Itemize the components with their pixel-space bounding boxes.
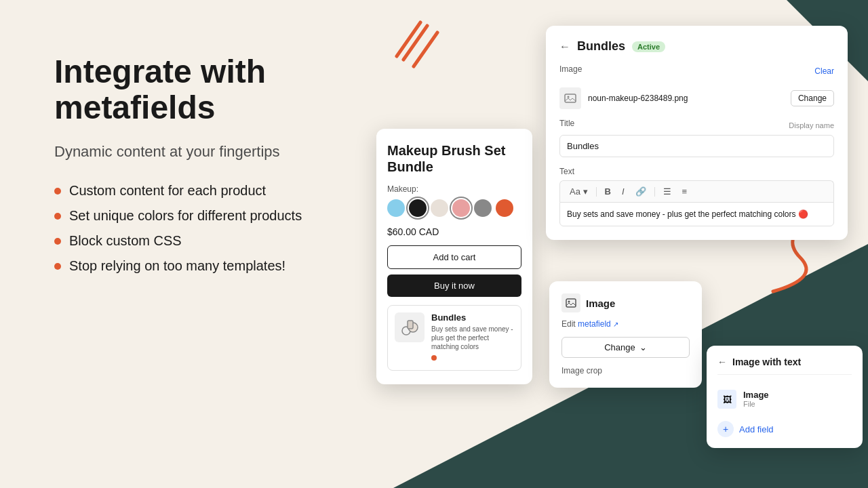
image-field-row: Image Clear (559, 64, 834, 78)
bullet-text: Custom content for each product (69, 183, 266, 199)
list-item: Block custom CSS (54, 233, 380, 249)
image-filename: noun-makeup-6238489.png (588, 94, 688, 103)
text-toolbar: Aa ▾ B I 🔗 ☰ ≡ (559, 180, 834, 202)
list-item: Stop relying on too many templates! (54, 258, 380, 274)
bundle-card: Bundles Buy sets and save money - plus g… (387, 305, 521, 371)
decorative-strokes (387, 19, 454, 107)
panel-back-icon[interactable]: ← (717, 357, 727, 367)
bold-button[interactable]: B (602, 185, 614, 198)
edit-label: Edit (561, 319, 576, 329)
image-section-icon (561, 293, 580, 312)
panel-item-info: Image File (743, 390, 769, 408)
bullet-dot (54, 263, 61, 270)
title-row: Title Display name (559, 119, 834, 132)
add-field-icon: + (717, 421, 734, 437)
text-content-area: Buy sets and save money - plus get the p… (559, 202, 834, 226)
change-label: Change (604, 342, 635, 352)
list-button[interactable]: ☰ (660, 185, 674, 198)
bullet-text: Stop relying on too many templates! (69, 258, 285, 274)
subtitle: Dynamic content at your fingertips (54, 142, 380, 162)
add-field-label: Add field (739, 424, 774, 434)
svg-rect-3 (565, 94, 576, 102)
bundle-title: Bundles (431, 312, 514, 323)
bundle-description: Buy sets and save money - plus get the p… (431, 325, 514, 351)
chevron-down-icon: ⌄ (639, 342, 647, 352)
svg-rect-5 (566, 299, 576, 307)
svg-point-4 (568, 96, 570, 98)
bullet-text: Set unique colors for different products (69, 208, 302, 224)
panel-item-name: Image (743, 390, 769, 400)
image-thumbnail (559, 87, 581, 109)
swatch-gray[interactable] (474, 199, 492, 217)
panel-image-icon: 🖼 (717, 390, 736, 409)
list-ordered-button[interactable]: ≡ (679, 185, 690, 198)
swatch-blue[interactable] (387, 199, 405, 217)
image-field-label: Image (559, 64, 582, 74)
change-image-button[interactable]: Change (791, 90, 834, 106)
italic-button[interactable]: I (619, 185, 627, 198)
title-input[interactable] (559, 135, 834, 157)
display-name-label: Display name (789, 121, 834, 129)
image-with-text-panel: ← Image with text 🖼 Image File + Add fie… (707, 346, 863, 448)
edit-row: Edit metafield ↗ (561, 319, 690, 329)
bullet-text: Block custom CSS (69, 233, 182, 249)
panel-item-type: File (743, 400, 769, 408)
product-card: Makeup Brush Set Bundle Makeup: $60.00 C… (376, 129, 532, 384)
clear-link[interactable]: Clear (814, 66, 834, 76)
text-field-label: Text (559, 167, 834, 176)
bullet-dot (54, 213, 61, 220)
add-field-row[interactable]: + Add field (717, 414, 852, 437)
panel-title: Image with text (732, 357, 801, 367)
image-section-header: Image (561, 293, 690, 312)
left-section: Integrate with metafields Dynamic conten… (54, 54, 380, 283)
panel-header: ← Image with text (717, 357, 852, 375)
color-swatches (387, 199, 521, 217)
admin-panel-main: ← Bundles Active Image Clear noun-makeup… (546, 26, 848, 240)
toolbar-separator (654, 187, 655, 197)
swatch-black[interactable] (409, 199, 427, 217)
bullet-list: Custom content for each product Set uniq… (54, 183, 380, 274)
metafield-link[interactable]: metafield ↗ (578, 319, 618, 329)
image-crop-label: Image crop (561, 366, 690, 375)
bullet-dot (54, 188, 61, 195)
makeup-label: Makeup: (387, 184, 521, 194)
link-button[interactable]: 🔗 (633, 185, 649, 198)
list-item: Custom content for each product (54, 183, 380, 199)
toolbar-separator (596, 187, 597, 197)
image-section-title: Image (586, 298, 615, 309)
buy-now-button[interactable]: Buy it now (387, 274, 521, 297)
bundle-image (395, 312, 425, 342)
external-link-icon: ↗ (613, 321, 618, 328)
bundle-dot (431, 355, 437, 361)
swatch-pink[interactable] (452, 199, 470, 217)
text-content: Buy sets and save money - plus get the p… (567, 209, 808, 219)
admin-panel-image: Image Edit metafield ↗ Change ⌄ Image cr… (549, 281, 702, 388)
svg-rect-2 (408, 321, 413, 329)
title-field-label: Title (559, 119, 574, 128)
add-to-cart-button[interactable]: Add to cart (387, 245, 521, 269)
bullet-dot (54, 238, 61, 245)
main-title: Integrate with metafields (54, 54, 380, 126)
list-item: Set unique colors for different products (54, 208, 380, 224)
image-row: noun-makeup-6238489.png (559, 87, 791, 109)
back-arrow-icon[interactable]: ← (559, 41, 570, 53)
price: $60.00 CAD (387, 226, 521, 237)
bundle-content: Bundles Buy sets and save money - plus g… (431, 312, 514, 363)
swatch-beige[interactable] (431, 199, 448, 217)
admin-header: ← Bundles Active (559, 39, 834, 54)
svg-point-6 (568, 301, 570, 303)
status-badge: Active (632, 41, 665, 52)
panel-item-image: 🖼 Image File (717, 384, 852, 414)
admin-panel-title: Bundles (577, 39, 625, 54)
change-button-full[interactable]: Change ⌄ (561, 337, 690, 358)
swatch-orange[interactable] (496, 199, 513, 217)
product-title: Makeup Brush Set Bundle (387, 142, 521, 175)
image-file-row: noun-makeup-6238489.png Change (559, 87, 834, 109)
font-size-button[interactable]: Aa ▾ (567, 185, 591, 198)
